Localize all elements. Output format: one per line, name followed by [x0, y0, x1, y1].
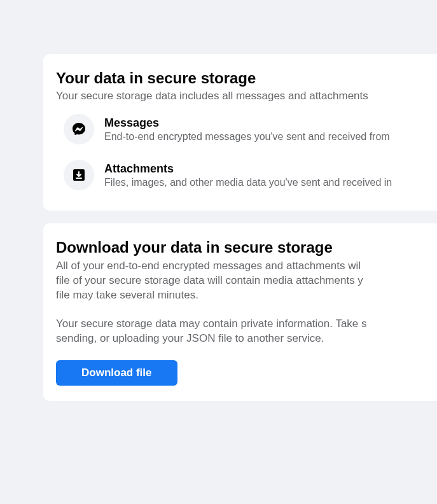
download-file-button[interactable]: Download file	[56, 360, 177, 386]
para1-line2: file of your secure storage data will co…	[56, 274, 363, 286]
download-card-para1: All of your end-to-end encrypted message…	[56, 259, 437, 303]
attachments-item: Attachments Files, images, and other med…	[56, 160, 437, 190]
download-data-card: Download your data in secure storage All…	[43, 223, 437, 401]
messages-text: Messages End-to-end encrypted messages y…	[104, 116, 390, 143]
messenger-icon	[64, 114, 94, 144]
download-card-title: Download your data in secure storage	[56, 239, 437, 256]
para2-line1: Your secure storage data may contain pri…	[56, 318, 367, 330]
attachments-title: Attachments	[104, 162, 392, 176]
card-subtitle: Your secure storage data includes all me…	[56, 90, 437, 102]
messages-desc: End-to-end encrypted messages you've sen…	[104, 131, 390, 143]
para1-line1: All of your end-to-end encrypted message…	[56, 260, 361, 272]
card-title: Your data in secure storage	[56, 69, 437, 87]
secure-storage-data-card: Your data in secure storage Your secure …	[43, 54, 437, 211]
download-file-icon	[64, 160, 94, 190]
para2-line2: sending, or uploading your JSON file to …	[56, 332, 324, 344]
attachments-text: Attachments Files, images, and other med…	[104, 162, 392, 188]
download-card-para2: Your secure storage data may contain pri…	[56, 317, 437, 346]
attachments-desc: Files, images, and other media data you'…	[104, 177, 392, 188]
para1-line3: file may take several minutes.	[56, 289, 198, 301]
messages-title: Messages	[104, 116, 390, 130]
messages-item: Messages End-to-end encrypted messages y…	[56, 114, 437, 144]
